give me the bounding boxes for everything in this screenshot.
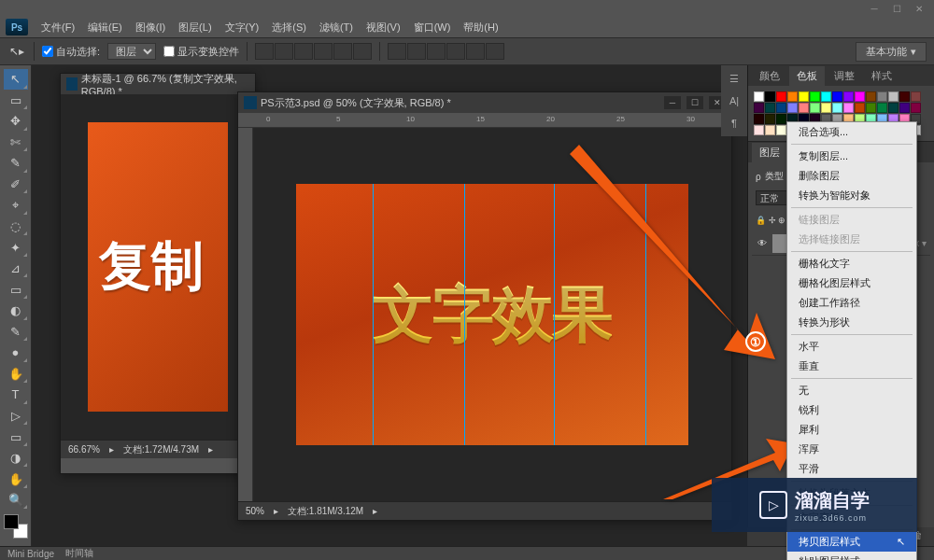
menu-图层[interactable]: 图层(L)	[173, 19, 217, 36]
show-transform-check[interactable]: 显示变换控件	[163, 45, 239, 59]
document-window-1[interactable]: 未标题-1 @ 66.7% (复制文字效果, RGB/8) * 复制 66.67…	[60, 73, 256, 474]
auto-select-target[interactable]: 图层	[107, 43, 156, 60]
color-swatch[interactable]	[799, 91, 809, 102]
color-swatch[interactable]	[765, 91, 775, 102]
color-swatch[interactable]	[810, 103, 820, 113]
foreground-background-swatch[interactable]	[4, 514, 28, 538]
dist-1[interactable]	[388, 43, 406, 60]
doc1-canvas[interactable]: 复制	[61, 94, 255, 440]
tool-4[interactable]: ✎	[4, 153, 28, 174]
color-swatch[interactable]	[821, 103, 831, 113]
tool-9[interactable]: ⊿	[4, 259, 28, 279]
ctx-无[interactable]: 无	[787, 381, 916, 400]
align-left[interactable]	[314, 43, 333, 60]
menu-文件[interactable]: 文件(F)	[35, 19, 80, 36]
color-swatch[interactable]	[899, 91, 910, 102]
auto-select-check[interactable]: 自动选择:	[42, 45, 100, 59]
color-swatch[interactable]	[899, 103, 910, 113]
menu-帮助[interactable]: 帮助(H)	[458, 19, 503, 36]
tool-3[interactable]: ✄	[4, 133, 28, 153]
ctx-转换为智能对象[interactable]: 转换为智能对象	[787, 186, 916, 205]
ctx-犀利[interactable]: 犀利	[787, 420, 916, 440]
tool-16[interactable]: ▷	[4, 406, 28, 427]
color-swatch[interactable]	[821, 91, 831, 102]
color-swatch[interactable]	[787, 91, 798, 102]
align-hcenter[interactable]	[333, 43, 352, 60]
align-bottom[interactable]	[294, 43, 313, 60]
color-swatch[interactable]	[787, 103, 798, 113]
timeline-tab[interactable]: 时间轴	[65, 547, 93, 560]
color-swatch[interactable]	[843, 103, 854, 113]
menu-窗口[interactable]: 窗口(W)	[408, 19, 457, 36]
align-right[interactable]	[353, 43, 372, 60]
doc2-maximize[interactable]: ☐	[686, 96, 703, 109]
color-swatch[interactable]	[754, 91, 764, 102]
tool-0[interactable]: ↖	[4, 69, 28, 90]
color-swatch[interactable]	[776, 103, 786, 113]
tool-5[interactable]: ✐	[4, 175, 28, 195]
align-vcenter[interactable]	[275, 43, 293, 60]
tool-10[interactable]: ▭	[4, 279, 28, 300]
dist-4[interactable]	[446, 43, 465, 60]
tool-7[interactable]: ◌	[4, 217, 28, 237]
ctx-拷贝图层样式[interactable]: 拷贝图层样式↖	[787, 532, 916, 552]
auto-select-checkbox[interactable]	[42, 46, 53, 57]
window-minimize[interactable]: ─	[867, 3, 882, 14]
color-swatch[interactable]	[776, 91, 786, 102]
menu-选择[interactable]: 选择(S)	[266, 19, 312, 36]
doc1-header[interactable]: 未标题-1 @ 66.7% (复制文字效果, RGB/8) *	[61, 74, 255, 94]
color-swatch[interactable]	[810, 91, 820, 102]
ctx-转换为形状[interactable]: 转换为形状	[787, 313, 916, 332]
color-swatch[interactable]	[911, 103, 921, 113]
color-swatch[interactable]	[776, 114, 786, 124]
dist-3[interactable]	[427, 43, 446, 60]
color-swatch[interactable]	[855, 103, 865, 113]
doc1-zoom[interactable]: 66.67%	[68, 444, 100, 455]
menu-图像[interactable]: 图像(I)	[130, 19, 171, 36]
menu-视图[interactable]: 视图(V)	[361, 19, 406, 36]
tool-8[interactable]: ✦	[4, 237, 28, 258]
window-close[interactable]: ✕	[912, 3, 927, 14]
ctx-创建工作路径[interactable]: 创建工作路径	[787, 293, 916, 313]
color-swatch[interactable]	[855, 91, 865, 102]
color-swatch[interactable]	[888, 103, 899, 113]
color-swatch[interactable]	[832, 91, 842, 102]
menu-文字[interactable]: 文字(Y)	[219, 19, 265, 36]
color-swatch[interactable]	[877, 91, 887, 102]
ctx-删除图层[interactable]: 删除图层	[787, 166, 916, 186]
ctx-粘贴图层样式[interactable]: 粘贴图层样式	[787, 552, 916, 560]
tab-样式[interactable]: 样式	[864, 66, 899, 86]
menu-滤镜[interactable]: 滤镜(T)	[314, 19, 359, 36]
tool-11[interactable]: ◐	[4, 301, 28, 321]
color-swatch[interactable]	[754, 103, 764, 113]
color-swatch[interactable]	[799, 103, 809, 113]
window-maximize[interactable]: ☐	[889, 3, 904, 14]
ctx-锐利[interactable]: 锐利	[787, 400, 916, 420]
doc2-header[interactable]: PS示范3.psd @ 50% (文字效果, RGB/8) * ─ ☐ ✕	[238, 92, 731, 113]
color-swatch[interactable]	[765, 103, 775, 113]
color-swatch[interactable]	[832, 103, 842, 113]
guide-vertical[interactable]	[373, 184, 374, 445]
color-swatch[interactable]	[754, 114, 764, 124]
align-top[interactable]	[255, 43, 274, 60]
tool-12[interactable]: ✎	[4, 322, 28, 343]
tool-14[interactable]: ✋	[4, 364, 28, 385]
mini-bridge-tab[interactable]: Mini Bridge	[7, 549, 54, 559]
doc2-minimize[interactable]: ─	[664, 96, 681, 109]
ctx-栅格化文字[interactable]: 栅格化文字	[787, 254, 916, 273]
ctx-平滑[interactable]: 平滑	[787, 459, 916, 479]
dist-5[interactable]	[466, 43, 485, 60]
tool-13[interactable]: ●	[4, 343, 28, 363]
character-icon[interactable]: A|	[725, 91, 743, 110]
color-swatch[interactable]	[776, 125, 786, 135]
ctx-复制图层...[interactable]: 复制图层...	[787, 147, 916, 166]
tool-18[interactable]: ◑	[4, 448, 28, 469]
color-swatch[interactable]	[866, 103, 876, 113]
ctx-栅格化图层样式[interactable]: 栅格化图层样式	[787, 273, 916, 293]
color-swatch[interactable]	[877, 103, 887, 113]
doc2-ruler-vertical[interactable]	[238, 128, 253, 501]
ctx-垂直[interactable]: 垂直	[787, 357, 916, 376]
tool-15[interactable]: T	[4, 385, 28, 405]
guide-vertical[interactable]	[554, 184, 555, 445]
tab-调整[interactable]: 调整	[827, 66, 862, 86]
